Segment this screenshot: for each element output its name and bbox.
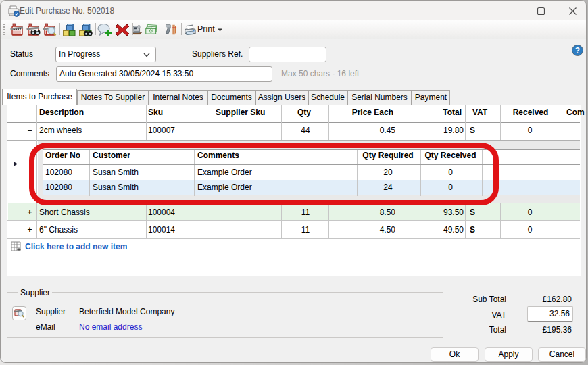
svg-text:?: ? bbox=[575, 46, 580, 55]
